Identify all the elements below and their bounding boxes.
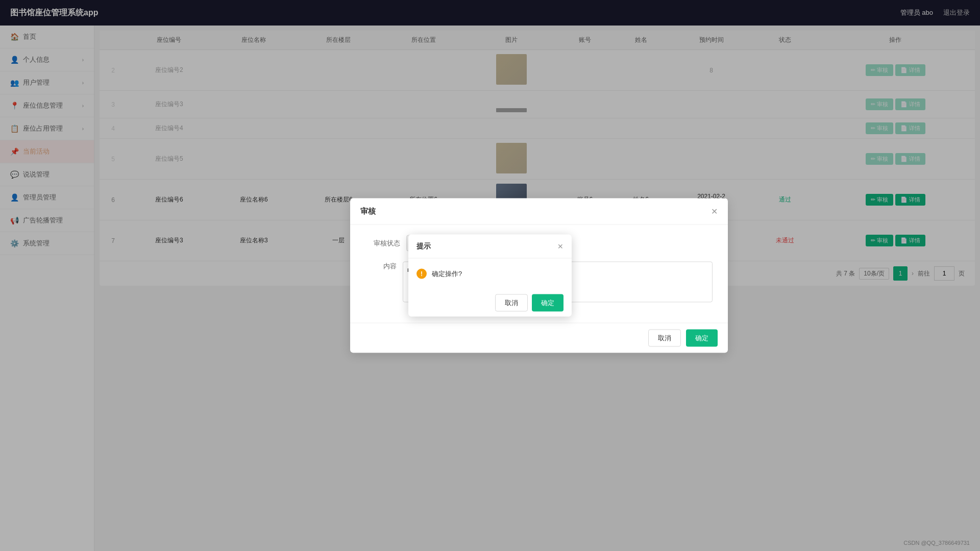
confirm-ok-button[interactable]: 确定: [532, 294, 564, 312]
confirm-header: 提示 ✕: [408, 235, 572, 259]
audit-modal-close-button[interactable]: ✕: [711, 207, 718, 216]
audit-modal-title: 审核: [360, 207, 376, 216]
confirm-footer: 取消 确定: [408, 289, 572, 317]
confirm-warning-icon: !: [416, 269, 427, 279]
confirm-close-button[interactable]: ✕: [557, 242, 564, 251]
audit-modal-header: 审核 ✕: [350, 198, 728, 225]
audit-status-label: 审核状态: [365, 239, 406, 248]
confirm-message: 确定操作?: [432, 269, 462, 279]
audit-confirm-button[interactable]: 确定: [686, 330, 718, 347]
confirm-dialog: 提示 ✕ ! 确定操作? 取消 确定: [408, 235, 572, 317]
audit-cancel-button[interactable]: 取消: [648, 330, 681, 347]
audit-content-label: 内容: [365, 262, 403, 271]
confirm-body: ! 确定操作?: [408, 259, 572, 289]
confirm-title: 提示: [416, 242, 431, 251]
confirm-cancel-button[interactable]: 取消: [495, 294, 528, 312]
audit-modal-footer: 取消 确定: [350, 323, 728, 353]
